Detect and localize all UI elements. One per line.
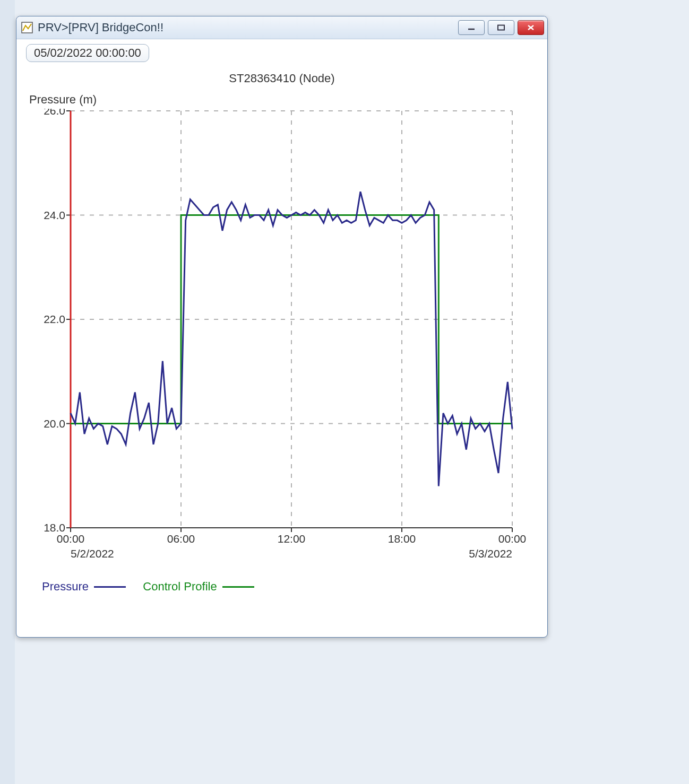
- svg-text:5/3/2022: 5/3/2022: [469, 547, 512, 560]
- legend-pressure-swatch: [94, 586, 126, 588]
- legend-control-swatch: [222, 586, 254, 588]
- chart-plot[interactable]: 18.020.022.024.026.000:0006:0012:0018:00…: [29, 109, 528, 576]
- svg-text:18:00: 18:00: [388, 533, 416, 545]
- window-buttons: [458, 20, 544, 35]
- chart-window: PRV>[PRV] BridgeCon!! 05/02/2022 00:00: [16, 16, 548, 638]
- y-axis-label: Pressure (m): [29, 93, 538, 107]
- chart-client-area: 05/02/2022 00:00:00 ST28363410 (Node) Pr…: [16, 39, 547, 637]
- chart-title: ST28363410 (Node): [26, 72, 538, 85]
- svg-text:5/2/2022: 5/2/2022: [71, 547, 114, 560]
- background-strip: [0, 0, 15, 784]
- svg-text:22.0: 22.0: [44, 313, 65, 325]
- window-title: PRV>[PRV] BridgeCon!!: [38, 21, 163, 34]
- close-button[interactable]: [518, 20, 544, 35]
- maximize-button[interactable]: [488, 20, 514, 35]
- svg-text:18.0: 18.0: [44, 521, 65, 534]
- chart-icon: [21, 21, 33, 34]
- titlebar[interactable]: PRV>[PRV] BridgeCon!!: [16, 16, 547, 39]
- svg-text:26.0: 26.0: [44, 109, 65, 117]
- svg-text:00:00: 00:00: [498, 533, 527, 545]
- svg-rect-2: [498, 25, 504, 30]
- svg-text:24.0: 24.0: [44, 209, 65, 221]
- chart-legend: Pressure Control Profile: [42, 580, 538, 594]
- svg-text:12:00: 12:00: [278, 533, 306, 545]
- svg-text:06:00: 06:00: [167, 533, 195, 545]
- svg-text:00:00: 00:00: [57, 533, 85, 545]
- minimize-button[interactable]: [458, 20, 485, 35]
- legend-pressure-label: Pressure: [42, 580, 89, 594]
- svg-text:20.0: 20.0: [44, 417, 65, 430]
- timestamp-badge[interactable]: 05/02/2022 00:00:00: [26, 44, 149, 62]
- legend-control-label: Control Profile: [143, 580, 217, 594]
